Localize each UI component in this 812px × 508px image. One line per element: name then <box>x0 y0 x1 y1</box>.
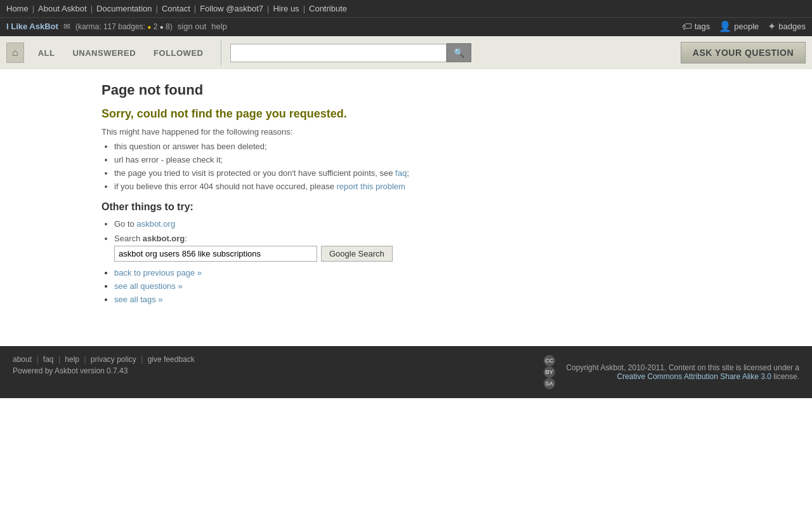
top-navigation: Home | About Askbot | Documentation | Co… <box>0 0 812 17</box>
nav-follow[interactable]: Follow @askbot7 <box>200 4 263 13</box>
page-title: Page not found <box>102 82 558 98</box>
by-icon: BY <box>544 366 555 378</box>
tab-followed[interactable]: FOLLOWED <box>145 43 212 63</box>
reason-2: url has error - please check it; <box>114 155 558 164</box>
all-tags-item: see all tags » <box>114 295 558 304</box>
user-bar-right: 🏷 tags 👤 people ✦ badges <box>682 20 806 32</box>
nav-sep-6: | <box>303 4 305 13</box>
powered-by: Powered by Askbot version 0.7.43 <box>13 366 195 375</box>
search-icon: 🔍 <box>454 48 464 58</box>
karma-text: (karma: 117 badges: ● 2 ● 8) <box>75 22 173 31</box>
reason-1: this question or answer has been deleted… <box>114 142 558 151</box>
people-icon: 👤 <box>719 20 731 32</box>
nav-about[interactable]: About Askbot <box>38 4 87 13</box>
tab-unanswered[interactable]: UNANSWERED <box>63 43 145 63</box>
search-divider <box>221 40 221 65</box>
reason-intro: This might have happened for the followi… <box>102 127 558 137</box>
google-search-wrap: Google Search <box>114 246 558 262</box>
user-bar-left: I Like AskBot ✉ (karma: 117 badges: ● 2 … <box>6 22 227 31</box>
sa-icon: SA <box>544 378 555 389</box>
cc-icon: CC <box>544 355 555 366</box>
google-search-button[interactable]: Google Search <box>321 246 393 262</box>
report-problem-link[interactable]: report this problem <box>337 182 405 191</box>
footer-feedback-link[interactable]: give feedback <box>148 355 195 364</box>
cc-license-link[interactable]: Creative Commons Attribution Share Alike… <box>617 372 771 381</box>
search-bar: ⌂ ALL UNANSWERED FOLLOWED 🔍 ASK YOUR QUE… <box>0 36 812 69</box>
nav-links-list: back to previous page » see all question… <box>114 268 558 304</box>
go-to-item: Go to askbot.org <box>114 219 558 229</box>
reason-4: if you believe this error 404 should not… <box>114 182 558 191</box>
footer-right-wrap: CC BY SA Copyright Askbot, 2010-2011. Co… <box>533 355 799 389</box>
tab-all[interactable]: ALL <box>29 43 64 63</box>
nav-sep-4: | <box>194 4 196 13</box>
people-nav-link[interactable]: 👤 people <box>719 20 759 32</box>
main-content: Page not found Sorry, could not find the… <box>0 69 571 321</box>
tag-icon: 🏷 <box>682 21 692 32</box>
see-all-tags-link[interactable]: see all tags » <box>114 295 163 304</box>
nav-sep-1: | <box>32 4 34 13</box>
nav-hire[interactable]: Hire us <box>273 4 299 13</box>
help-link[interactable]: help <box>211 22 227 31</box>
back-to-previous-link[interactable]: back to previous page » <box>114 268 202 277</box>
tags-nav-link[interactable]: 🏷 tags <box>682 21 710 32</box>
nav-documentation[interactable]: Documentation <box>96 4 152 13</box>
gold-badge-count: 2 <box>154 22 158 31</box>
nav-contact[interactable]: Contact <box>162 4 190 13</box>
nav-home[interactable]: Home <box>6 4 29 13</box>
askbot-org-link[interactable]: askbot.org <box>136 219 175 229</box>
nav-sep-3: | <box>156 4 158 13</box>
search-label-bold: askbot.org <box>143 234 185 243</box>
badges-nav-link[interactable]: ✦ badges <box>768 20 806 32</box>
nav-contribute[interactable]: Contribute <box>309 4 347 13</box>
error-heading: Sorry, could not find the page you reque… <box>102 107 558 121</box>
askbot-version-link[interactable]: Askbot version 0.7.43 <box>55 366 128 375</box>
footer-about-link[interactable]: about <box>13 355 32 364</box>
other-list: Go to askbot.org Search askbot.org: Goog… <box>114 219 558 262</box>
search-item: Search askbot.org: Google Search <box>114 234 558 262</box>
search-input-wrap: 🔍 <box>230 43 471 62</box>
footer-help-link[interactable]: help <box>65 355 79 364</box>
silver-badge-count: 8 <box>166 22 170 31</box>
faq-link[interactable]: faq <box>395 168 407 178</box>
other-heading: Other things to try: <box>102 201 558 213</box>
reasons-list: this question or answer has been deleted… <box>114 142 558 191</box>
footer-right: CC BY SA Copyright Askbot, 2010-2011. Co… <box>533 355 799 389</box>
cc-icons-wrap: CC BY SA <box>533 355 555 389</box>
search-input[interactable] <box>230 44 447 62</box>
google-search-input[interactable] <box>114 246 317 262</box>
footer-privacy-link[interactable]: privacy policy <box>91 355 136 364</box>
badges-icon: ✦ <box>768 20 776 32</box>
footer: about | faq | help | privacy policy | gi… <box>0 346 812 398</box>
user-bar: I Like AskBot ✉ (karma: 117 badges: ● 2 … <box>0 17 812 36</box>
silver-badge-dot: ● <box>160 23 164 30</box>
gold-badge-dot: ● <box>147 23 151 30</box>
home-icon: ⌂ <box>12 47 18 58</box>
all-questions-item: see all questions » <box>114 281 558 291</box>
username-link[interactable]: I Like AskBot <box>6 22 58 31</box>
home-button[interactable]: ⌂ <box>6 43 24 63</box>
signout-link[interactable]: sign out <box>178 22 207 31</box>
search-button[interactable]: 🔍 <box>447 43 471 62</box>
tab-bar: ALL UNANSWERED FOLLOWED <box>29 43 213 63</box>
footer-faq-link[interactable]: faq <box>43 355 54 364</box>
nav-sep-5: | <box>267 4 269 13</box>
copyright-text: Copyright Askbot, 2010-2011. Content on … <box>560 363 799 381</box>
ask-question-button[interactable]: ASK YOUR QUESTION <box>681 42 806 64</box>
envelope-icon: ✉ <box>63 22 70 31</box>
see-all-questions-link[interactable]: see all questions » <box>114 281 183 291</box>
footer-links: about | faq | help | privacy policy | gi… <box>13 355 195 364</box>
reason-3: the page you tried to visit is protected… <box>114 168 558 178</box>
footer-left: about | faq | help | privacy policy | gi… <box>13 355 195 375</box>
nav-sep-2: | <box>91 4 93 13</box>
back-link-item: back to previous page » <box>114 268 558 277</box>
